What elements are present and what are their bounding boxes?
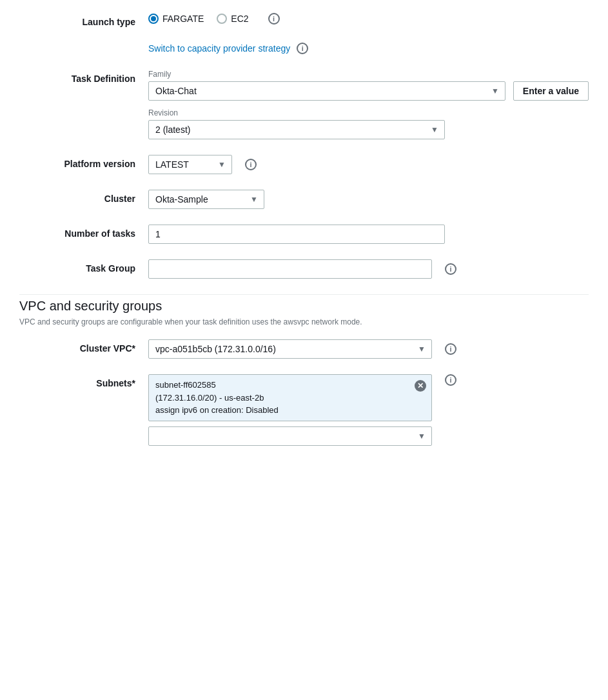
subnet-tag: subnet-ff602585 (172.31.16.0/20) - us-ea…	[148, 374, 432, 421]
number-of-tasks-input[interactable]: 1	[148, 225, 445, 244]
subnets-label: Subnets*	[19, 374, 148, 388]
form-section: Launch type FARGATE EC2 i Switch to capa…	[19, 13, 589, 446]
task-group-control: i	[148, 259, 589, 279]
capacity-provider-info-icon[interactable]: i	[297, 43, 308, 54]
ec2-label: EC2	[231, 14, 248, 24]
launch-type-row: Launch type FARGATE EC2 i	[19, 13, 589, 27]
platform-version-info-icon[interactable]: i	[245, 159, 257, 170]
enter-value-button[interactable]: Enter a value	[513, 81, 589, 101]
switch-row: Switch to capacity provider strategy i	[148, 43, 589, 54]
platform-version-row: Platform version LATEST ▼ i	[19, 155, 589, 174]
task-group-label: Task Group	[19, 259, 148, 274]
cluster-vpc-row: Cluster VPC* vpc-a051b5cb (172.31.0.0/16…	[19, 339, 589, 359]
subnets-info-icon[interactable]: i	[445, 374, 456, 386]
fargate-radio[interactable]	[148, 14, 159, 24]
cluster-vpc-label: Cluster VPC*	[19, 339, 148, 354]
launch-type-radio-group: FARGATE EC2 i	[148, 13, 589, 25]
section-divider	[19, 294, 589, 295]
task-group-info-icon[interactable]: i	[445, 263, 456, 275]
launch-type-label: Launch type	[19, 13, 148, 27]
subnet-dropdown-select[interactable]	[148, 426, 432, 446]
subnet-ipv6: assign ipv6 on creation: Disabled	[155, 405, 279, 415]
subnet-close-button[interactable]: ✕	[415, 380, 426, 392]
fargate-label: FARGATE	[162, 14, 204, 24]
ec2-option[interactable]: EC2	[217, 14, 248, 24]
launch-type-info-icon[interactable]: i	[268, 13, 280, 25]
cluster-vpc-control: vpc-a051b5cb (172.31.0.0/16) ▼ i	[148, 339, 589, 359]
platform-version-control: LATEST ▼ i	[148, 155, 589, 174]
subnet-cidr: (172.31.16.0/20) - us-east-2b	[155, 393, 264, 403]
revision-wrapper: Revision 2 (latest) ▼	[148, 108, 589, 139]
cluster-select-wrapper: Okta-Sample ▼	[148, 190, 264, 209]
subnet-dropdown-wrapper: ▼	[148, 426, 432, 446]
subnets-inner: subnet-ff602585 (172.31.16.0/20) - us-ea…	[148, 374, 589, 446]
switch-to-capacity-link[interactable]: Switch to capacity provider strategy	[148, 43, 290, 54]
cluster-vpc-inner: vpc-a051b5cb (172.31.0.0/16) ▼ i	[148, 339, 589, 359]
cluster-label: Cluster	[19, 190, 148, 204]
task-group-inner-row: i	[148, 259, 589, 279]
family-select-wrapper: Okta-Chat ▼	[148, 81, 505, 101]
task-def-inner-row: Family Okta-Chat ▼ Enter a value	[148, 70, 589, 101]
platform-inner-row: LATEST ▼ i	[148, 155, 589, 174]
revision-select-wrapper: 2 (latest) ▼	[148, 120, 445, 139]
subnet-id: subnet-ff602585	[155, 380, 216, 390]
subnets-tags-wrapper: subnet-ff602585 (172.31.16.0/20) - us-ea…	[148, 374, 432, 446]
ec2-radio[interactable]	[217, 14, 227, 24]
cluster-vpc-info-icon[interactable]: i	[445, 343, 456, 355]
family-label: Family	[148, 70, 505, 79]
launch-type-control: FARGATE EC2 i	[148, 13, 589, 25]
subnet-tag-text: subnet-ff602585 (172.31.16.0/20) - us-ea…	[155, 379, 425, 417]
vpc-section-description: VPC and security groups are configurable…	[19, 317, 589, 326]
platform-version-label: Platform version	[19, 155, 148, 169]
subnets-control: subnet-ff602585 (172.31.16.0/20) - us-ea…	[148, 374, 589, 446]
cluster-select[interactable]: Okta-Sample	[148, 190, 264, 209]
cluster-wrapper: Okta-Sample ▼	[148, 190, 589, 209]
family-select[interactable]: Okta-Chat	[148, 81, 505, 101]
platform-select-wrapper: LATEST ▼	[148, 155, 232, 174]
task-definition-row: Task Definition Family Okta-Chat ▼ Enter…	[19, 70, 589, 139]
task-definition-control: Family Okta-Chat ▼ Enter a value Revisio…	[148, 70, 589, 139]
cluster-control: Okta-Sample ▼	[148, 190, 589, 209]
fargate-option[interactable]: FARGATE	[148, 14, 204, 24]
subnets-row: Subnets* subnet-ff602585 (172.31.16.0/20…	[19, 374, 589, 446]
revision-select[interactable]: 2 (latest)	[148, 120, 445, 139]
number-of-tasks-control: 1	[148, 225, 589, 244]
family-wrapper: Family Okta-Chat ▼	[148, 70, 505, 101]
vpc-section-heading: VPC and security groups	[19, 299, 589, 314]
vpc-select-wrapper: vpc-a051b5cb (172.31.0.0/16) ▼	[148, 339, 432, 359]
cluster-row: Cluster Okta-Sample ▼	[19, 190, 589, 209]
revision-label: Revision	[148, 108, 589, 117]
platform-select[interactable]: LATEST	[148, 155, 232, 174]
vpc-select[interactable]: vpc-a051b5cb (172.31.0.0/16)	[148, 339, 432, 359]
task-group-input[interactable]	[148, 259, 432, 279]
task-group-row: Task Group i	[19, 259, 589, 279]
task-definition-label: Task Definition	[19, 70, 148, 84]
number-of-tasks-label: Number of tasks	[19, 225, 148, 239]
number-of-tasks-row: Number of tasks 1	[19, 225, 589, 244]
